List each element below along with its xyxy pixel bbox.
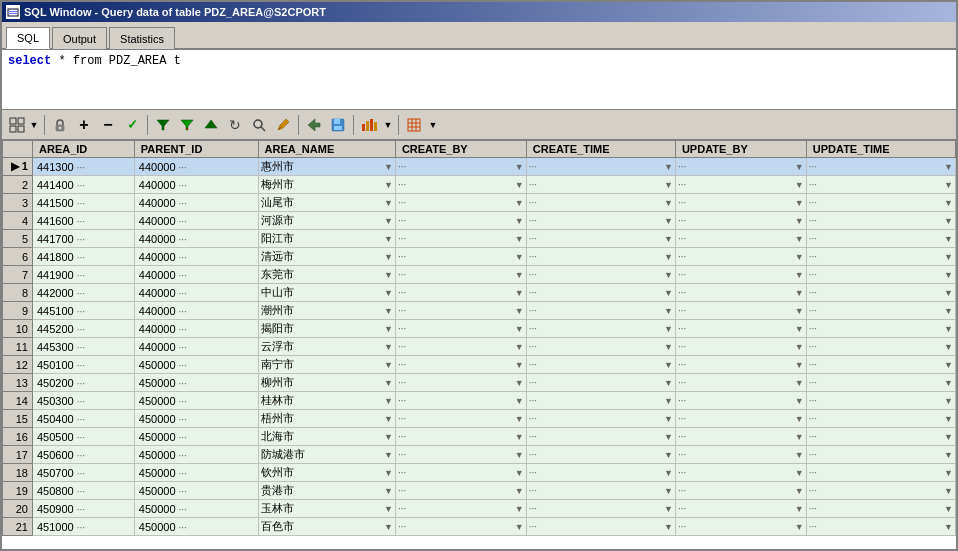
table-row[interactable]: 6441800 ···440000 ···清远市▼···▼···▼···▼···… [3, 248, 956, 266]
refresh-button[interactable]: ↻ [224, 114, 246, 136]
cell-create-time: ···▼ [526, 518, 675, 536]
pin-button[interactable] [272, 114, 294, 136]
cell-update-time: ···▼ [806, 356, 955, 374]
table-row[interactable]: 11445300 ···440000 ···云浮市▼···▼···▼···▼··… [3, 338, 956, 356]
cell-update-by: ···▼ [675, 482, 806, 500]
sort-asc-button[interactable] [200, 114, 222, 136]
table-row[interactable]: 9445100 ···440000 ···潮州市▼···▼···▼···▼···… [3, 302, 956, 320]
cell-parent-id: 440000 ··· [134, 176, 258, 194]
table-row[interactable]: 21451000 ···450000 ···百色市▼···▼···▼···▼··… [3, 518, 956, 536]
row-num-cell: 14 [3, 392, 33, 410]
row-num-cell: 12 [3, 356, 33, 374]
filter-down-button[interactable] [176, 114, 198, 136]
table-row[interactable]: 14450300 ···450000 ···桂林市▼···▼···▼···▼··… [3, 392, 956, 410]
table-view-button[interactable] [403, 114, 425, 136]
separator-3 [298, 115, 299, 135]
cut-button[interactable] [303, 114, 325, 136]
row-num-cell: 5 [3, 230, 33, 248]
cell-area-name: 中山市▼ [258, 284, 395, 302]
svg-rect-18 [334, 119, 340, 124]
sql-editor[interactable]: select * from PDZ_AREA t [2, 50, 956, 110]
filter-button[interactable] [152, 114, 174, 136]
cell-parent-id: 440000 ··· [134, 338, 258, 356]
apply-button[interactable]: ✓ [121, 114, 143, 136]
cell-area-name: 百色市▼ [258, 518, 395, 536]
table-row[interactable]: 12450100 ···450000 ···南宁市▼···▼···▼···▼··… [3, 356, 956, 374]
cell-create-by: ···▼ [395, 500, 526, 518]
grid-toggle-button[interactable] [6, 114, 28, 136]
svg-rect-21 [366, 121, 369, 131]
tab-output[interactable]: Output [52, 27, 107, 49]
table-row[interactable]: 17450600 ···450000 ···防城港市▼···▼···▼···▼·… [3, 446, 956, 464]
table-row[interactable]: 13450200 ···450000 ···柳州市▼···▼···▼···▼··… [3, 374, 956, 392]
table-row[interactable]: 2441400 ···440000 ···梅州市▼···▼···▼···▼···… [3, 176, 956, 194]
svg-rect-3 [10, 118, 16, 124]
cell-create-by: ···▼ [395, 428, 526, 446]
table-row[interactable]: 18450700 ···450000 ···钦州市▼···▼···▼···▼··… [3, 464, 956, 482]
cell-area-id: 445300 ··· [33, 338, 135, 356]
lock-button[interactable] [49, 114, 71, 136]
data-grid-container[interactable]: AREA_ID PARENT_ID AREA_NAME CREATE_BY CR… [2, 140, 956, 549]
cell-create-time: ···▼ [526, 482, 675, 500]
col-header-create-by: CREATE_BY [395, 141, 526, 158]
cell-update-time: ···▼ [806, 392, 955, 410]
table-dropdown-arrow[interactable]: ▼ [427, 114, 439, 136]
add-button[interactable]: + [73, 114, 95, 136]
table-row[interactable]: 10445200 ···440000 ···揭阳市▼···▼···▼···▼··… [3, 320, 956, 338]
cell-create-by: ···▼ [395, 392, 526, 410]
cell-update-by: ···▼ [675, 374, 806, 392]
row-num-cell: 4 [3, 212, 33, 230]
table-row[interactable]: 16450500 ···450000 ···北海市▼···▼···▼···▼··… [3, 428, 956, 446]
chart-button[interactable] [358, 114, 380, 136]
cell-create-time: ···▼ [526, 446, 675, 464]
cell-create-time: ···▼ [526, 410, 675, 428]
remove-button[interactable]: − [97, 114, 119, 136]
cell-update-time: ···▼ [806, 428, 955, 446]
tab-statistics[interactable]: Statistics [109, 27, 175, 49]
cell-create-by: ···▼ [395, 518, 526, 536]
table-row[interactable]: 20450900 ···450000 ···玉林市▼···▼···▼···▼··… [3, 500, 956, 518]
svg-marker-12 [205, 120, 217, 128]
cell-area-name: 清远市▼ [258, 248, 395, 266]
table-row[interactable]: 15450400 ···450000 ···梧州市▼···▼···▼···▼··… [3, 410, 956, 428]
table-row[interactable]: 8442000 ···440000 ···中山市▼···▼···▼···▼···… [3, 284, 956, 302]
cell-update-by: ···▼ [675, 410, 806, 428]
table-row[interactable]: 7441900 ···440000 ···东莞市▼···▼···▼···▼···… [3, 266, 956, 284]
cell-area-id: 441400 ··· [33, 176, 135, 194]
cell-area-id: 450700 ··· [33, 464, 135, 482]
tab-sql[interactable]: SQL [6, 27, 50, 49]
col-header-update-time: UPDATE_TIME [806, 141, 955, 158]
cell-create-time: ···▼ [526, 320, 675, 338]
separator-1 [44, 115, 45, 135]
cell-area-name: 揭阳市▼ [258, 320, 395, 338]
separator-2 [147, 115, 148, 135]
save-button[interactable] [327, 114, 349, 136]
cell-area-name: 云浮市▼ [258, 338, 395, 356]
cell-area-id: 442000 ··· [33, 284, 135, 302]
cell-update-by: ···▼ [675, 230, 806, 248]
cell-area-id: 450800 ··· [33, 482, 135, 500]
table-row[interactable]: 3441500 ···440000 ···汕尾市▼···▼···▼···▼···… [3, 194, 956, 212]
cell-update-time: ···▼ [806, 446, 955, 464]
table-row[interactable]: 19450800 ···450000 ···贵港市▼···▼···▼···▼··… [3, 482, 956, 500]
row-num-cell: 3 [3, 194, 33, 212]
cell-create-by: ···▼ [395, 158, 526, 176]
table-row[interactable]: ▶ 1441300 ···440000 ···惠州市▼···▼···▼···▼·… [3, 158, 956, 176]
cell-create-by: ···▼ [395, 284, 526, 302]
window-icon [6, 5, 20, 19]
table-row[interactable]: 4441600 ···440000 ···河源市▼···▼···▼···▼···… [3, 212, 956, 230]
tabs-bar: SQL Output Statistics [2, 22, 956, 50]
toolbar-group-grid: ▼ [6, 114, 40, 136]
cell-update-by: ···▼ [675, 302, 806, 320]
col-header-update-by: UPDATE_BY [675, 141, 806, 158]
grid-dropdown-arrow[interactable]: ▼ [28, 114, 40, 136]
chart-dropdown-arrow[interactable]: ▼ [382, 114, 394, 136]
search-button[interactable] [248, 114, 270, 136]
cell-create-time: ···▼ [526, 158, 675, 176]
cell-area-name: 汕尾市▼ [258, 194, 395, 212]
main-window: SQL Window - Query data of table PDZ_ARE… [0, 0, 958, 551]
cell-update-time: ···▼ [806, 338, 955, 356]
table-row[interactable]: 5441700 ···440000 ···阳江市▼···▼···▼···▼···… [3, 230, 956, 248]
cell-update-by: ···▼ [675, 158, 806, 176]
cell-area-name: 南宁市▼ [258, 356, 395, 374]
